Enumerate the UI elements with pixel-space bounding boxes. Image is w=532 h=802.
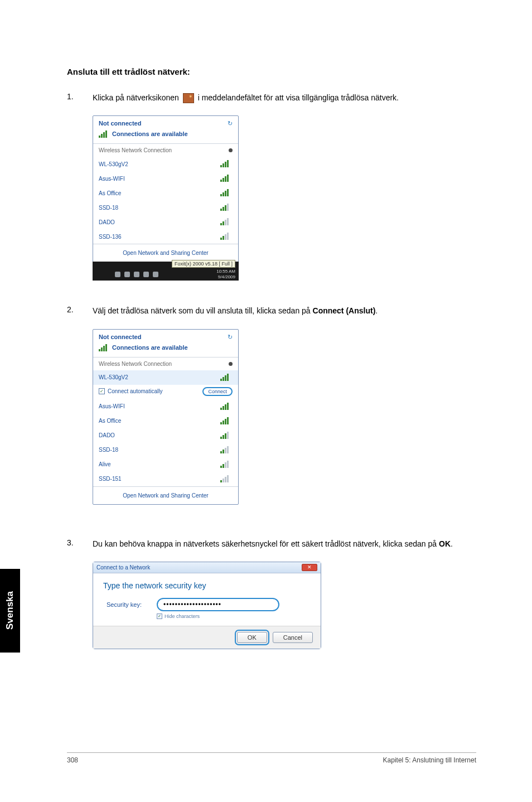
signal-icon bbox=[220, 460, 230, 468]
network-name: SSD-151 bbox=[99, 476, 122, 482]
network-item[interactable]: Asus-WIFI bbox=[93, 399, 238, 414]
step-3-text: Du kan behöva knappa in nätverkets säker… bbox=[93, 538, 453, 549]
clock: 10:55 AM 9/4/2009 bbox=[216, 269, 235, 279]
step-2-pre: Välj det trådlösa nätverk som du vill an… bbox=[93, 306, 313, 315]
connect-button[interactable]: Connect bbox=[202, 387, 233, 396]
step-1-num: 1. bbox=[67, 92, 93, 101]
signal-icon bbox=[220, 475, 230, 482]
network-name: Asus-WIFI bbox=[99, 176, 125, 182]
network-item[interactable]: As Office bbox=[93, 414, 238, 428]
signal-icon bbox=[220, 446, 230, 453]
network-item[interactable]: As Office bbox=[93, 186, 238, 200]
step-3-post: . bbox=[451, 539, 453, 548]
network-item[interactable]: SSD-136 bbox=[93, 229, 238, 244]
popup2-avail: Connections are available bbox=[112, 344, 188, 351]
close-button[interactable]: ✕ bbox=[302, 564, 317, 571]
wifi-popup-2: ↻ Not connected Connections are availabl… bbox=[93, 329, 239, 505]
signal-icon bbox=[220, 402, 230, 410]
network-item[interactable]: WL-530gV2 bbox=[93, 157, 238, 171]
ok-button[interactable]: OK bbox=[237, 632, 267, 643]
page-heading: Ansluta till ett trådlöst nätverk: bbox=[67, 67, 476, 76]
open-sharing-center-link[interactable]: Open Network and Sharing Center bbox=[93, 486, 238, 504]
wifi-popup-1: ↻ Not connected Connections are availabl… bbox=[93, 115, 239, 281]
security-key-label: Security key: bbox=[107, 601, 149, 608]
signal-icon bbox=[220, 417, 230, 424]
network-item[interactable]: DADO bbox=[93, 215, 238, 229]
auto-connect-checkbox[interactable]: ✓ bbox=[99, 388, 105, 394]
step-1-pre: Klicka på nätverksikonen bbox=[93, 93, 181, 102]
popup2-section-label: Wireless Network Connection bbox=[99, 361, 172, 367]
signal-icon bbox=[220, 431, 230, 439]
network-item[interactable]: DADO bbox=[93, 428, 238, 443]
network-item[interactable]: Alive bbox=[93, 457, 238, 472]
network-tray-icon bbox=[183, 93, 194, 103]
network-item-selected[interactable]: WL-530gV2 bbox=[93, 370, 238, 385]
step-2-text: Välj det trådlösa nätverk som du vill an… bbox=[93, 305, 378, 316]
date: 9/4/2009 bbox=[218, 274, 235, 279]
network-item[interactable]: SSD-18 bbox=[93, 443, 238, 457]
step-3: 3. Du kan behöva knappa in nätverkets sä… bbox=[67, 538, 476, 549]
auto-connect-label: Connect automatically bbox=[108, 388, 162, 394]
refresh-icon[interactable]: ↻ bbox=[228, 120, 233, 127]
hide-chars-checkbox[interactable]: ✓ bbox=[157, 613, 162, 619]
refresh-icon[interactable]: ↻ bbox=[228, 334, 233, 341]
time: 10:55 AM bbox=[216, 269, 235, 274]
network-item[interactable]: SSD-18 bbox=[93, 200, 238, 215]
network-name: DADO bbox=[99, 432, 115, 438]
cancel-button[interactable]: Cancel bbox=[273, 632, 313, 643]
step-2-num: 2. bbox=[67, 305, 93, 314]
step-1-post: i meddelandefältet för att visa tillgäng… bbox=[198, 93, 399, 102]
popup1-list: WL-530gV2 Asus-WIFI As Office SSD-18 DAD… bbox=[93, 157, 238, 244]
dialog-titlebar: Connect to a Network ✕ bbox=[93, 562, 321, 573]
network-name: As Office bbox=[99, 190, 121, 196]
dialog-heading: Type the network security key bbox=[103, 581, 311, 590]
taskbar: Foxit(x) 2000 v5.18 [ Full ] 10:55 AM 9/… bbox=[93, 262, 239, 281]
signal-icon bbox=[99, 344, 109, 351]
open-sharing-center-link[interactable]: Open Network and Sharing Center bbox=[93, 244, 238, 262]
network-name: DADO bbox=[99, 219, 115, 225]
network-name: SSD-18 bbox=[99, 205, 118, 211]
signal-icon bbox=[220, 189, 230, 196]
chapter-label: Kapitel 5: Anslutning till Internet bbox=[383, 756, 476, 764]
popup1-avail: Connections are available bbox=[112, 131, 188, 137]
tray-icons bbox=[115, 272, 158, 277]
popup2-section: Wireless Network Connection bbox=[93, 357, 238, 370]
signal-icon bbox=[220, 373, 230, 381]
expand-icon[interactable] bbox=[229, 362, 233, 366]
network-name: Asus-WIFI bbox=[99, 403, 125, 409]
signal-icon bbox=[99, 130, 109, 138]
step-1-text: Klicka på nätverksikonen i meddelandefäl… bbox=[93, 92, 399, 103]
security-key-input[interactable]: •••••••••••••••••••• bbox=[157, 598, 279, 611]
tray-tooltip: Foxit(x) 2000 v5.18 [ Full ] bbox=[172, 260, 235, 268]
signal-icon bbox=[220, 203, 230, 211]
network-name: WL-530gV2 bbox=[99, 374, 128, 380]
page-number: 308 bbox=[67, 756, 78, 764]
step-3-pre: Du kan behöva knappa in nätverkets säker… bbox=[93, 539, 439, 548]
step-2: 2. Välj det trådlösa nätverk som du vill… bbox=[67, 305, 476, 316]
network-name: Alive bbox=[99, 461, 111, 467]
network-name: WL-530gV2 bbox=[99, 161, 128, 167]
language-tab: Svenska bbox=[0, 569, 20, 653]
network-item[interactable]: SSD-151 bbox=[93, 472, 238, 486]
popup2-list: Asus-WIFI As Office DADO SSD-18 Alive SS… bbox=[93, 399, 238, 486]
network-name: SSD-18 bbox=[99, 447, 118, 453]
signal-icon bbox=[220, 218, 230, 225]
step-2-post: . bbox=[375, 306, 378, 315]
step-1: 1. Klicka på nätverksikonen i meddelande… bbox=[67, 92, 476, 103]
signal-icon bbox=[220, 232, 230, 240]
step-3-num: 3. bbox=[67, 538, 93, 547]
connect-row: ✓ Connect automatically Connect bbox=[93, 385, 238, 399]
network-name: As Office bbox=[99, 418, 121, 424]
popup1-title: Not connected bbox=[99, 120, 233, 127]
signal-icon bbox=[220, 174, 230, 182]
hide-chars-label: Hide characters bbox=[165, 613, 200, 619]
page-footer: 308 Kapitel 5: Anslutning till Internet bbox=[67, 752, 476, 764]
popup1-section-label: Wireless Network Connection bbox=[99, 147, 172, 153]
expand-icon[interactable] bbox=[229, 148, 233, 152]
step-3-bold: OK bbox=[439, 539, 451, 548]
step-2-bold: Connect (Anslut) bbox=[313, 306, 376, 315]
hide-chars-row: ✓ Hide characters bbox=[157, 613, 311, 619]
security-key-value: •••••••••••••••••••• bbox=[163, 601, 221, 608]
signal-icon bbox=[220, 160, 230, 167]
network-item[interactable]: Asus-WIFI bbox=[93, 171, 238, 186]
